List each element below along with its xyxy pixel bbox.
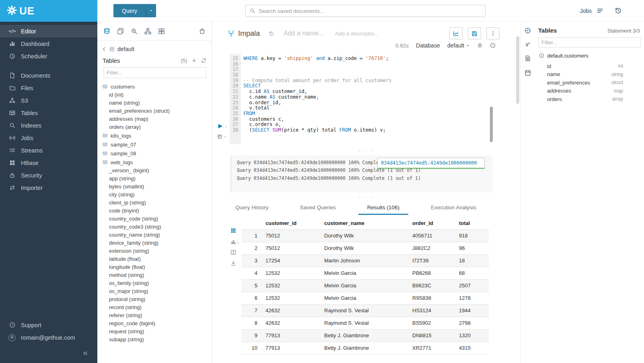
search-input[interactable] (259, 8, 485, 14)
tab-execution-analysis[interactable]: Execution Analysis (422, 203, 485, 215)
main-scrollbar[interactable] (516, 36, 519, 104)
tree-column[interactable]: record (string) (97, 303, 212, 311)
breadcrumb-database-name[interactable]: default (117, 46, 134, 52)
tree-column[interactable]: region_code (bigint) (97, 320, 212, 328)
tree-column[interactable]: device_family (string) (97, 239, 212, 247)
new-query-button[interactable]: Query (113, 4, 156, 17)
nav-item-jobs[interactable]: Jobs (0, 132, 97, 144)
columns-icon-button[interactable] (230, 250, 239, 255)
tree-column[interactable]: bytes (smallint) (97, 183, 212, 191)
refresh-tables-icon[interactable] (201, 58, 206, 63)
more-actions-button[interactable] (486, 27, 500, 39)
pages-icon[interactable] (525, 55, 531, 62)
db-stack-icon[interactable] (103, 28, 110, 35)
chevron-left-icon[interactable] (102, 47, 107, 52)
tree-column[interactable]: referer (string) (97, 311, 212, 320)
bag-icon[interactable] (199, 28, 206, 35)
nav-item-files[interactable]: Files (0, 82, 97, 94)
jobs-list-icon[interactable] (597, 7, 603, 14)
resize-handle[interactable] (212, 195, 520, 199)
explain-button[interactable] (217, 134, 226, 139)
resize-handle[interactable] (212, 149, 520, 153)
nav-item-streams[interactable]: Streams (0, 144, 97, 157)
nav-item-security[interactable]: Security (0, 169, 97, 182)
sitemap-icon[interactable] (144, 28, 151, 35)
apps-icon[interactable] (158, 28, 165, 35)
active-table-entry[interactable]: default.customers (535, 47, 644, 62)
results-row[interactable]: 175012Dorothy Wilk4056711918 (241, 229, 489, 242)
query-dropdown-caret[interactable] (146, 4, 156, 17)
nav-footer-item[interactable]: ?Support (0, 319, 97, 331)
tree-column[interactable]: country_code (string) (97, 215, 212, 223)
nav-item-indexes[interactable]: Indexes (0, 119, 97, 132)
add-table-icon[interactable] (191, 58, 197, 63)
compass-icon[interactable] (525, 27, 531, 34)
tree-column[interactable]: longitude (float) (97, 263, 212, 271)
nav-item-s3[interactable]: S3 (0, 94, 97, 107)
tree-column[interactable]: orders (array) (97, 123, 212, 131)
zoom-plus-icon[interactable] (131, 28, 138, 35)
tree-column[interactable]: name (string) (97, 99, 212, 107)
results-column-header[interactable]: customer_id (262, 217, 321, 229)
editor-scrollbar[interactable] (490, 107, 493, 142)
results-row[interactable]: 977913Betty J. GiambroneDN88151320 (241, 329, 489, 342)
results-column-header[interactable]: customer_name (321, 217, 409, 229)
bar-chart-icon-button[interactable] (230, 239, 239, 244)
tab-query-history[interactable]: Query History (226, 203, 278, 215)
tree-column[interactable]: protocol (string) (97, 295, 212, 303)
tab-results-106-[interactable]: Results (106) (358, 203, 408, 215)
results-row[interactable]: 742632Raymond S. VestalHS31241944 (241, 304, 489, 317)
tree-table-sample_08[interactable]: sample_08 (97, 149, 212, 158)
right-column-row[interactable]: namestring (535, 70, 644, 79)
tree-column[interactable]: client_ip (string) (97, 199, 212, 207)
query-button-label[interactable]: Query (113, 4, 146, 17)
collapse-nav-button[interactable]: « (83, 348, 88, 357)
download-icon-button[interactable] (230, 260, 239, 266)
tree-column[interactable]: os_major (string) (97, 287, 212, 295)
results-row[interactable]: 842632Raymond S. VestalBS59022798 (241, 317, 489, 329)
tree-table-web_logs[interactable]: web_logs (97, 158, 212, 167)
code-editor[interactable]: 1516171819202122232425262728 WHERE a.key… (212, 54, 520, 144)
tree-column[interactable]: id (int) (97, 91, 212, 99)
database-breadcrumb[interactable]: default (97, 41, 212, 53)
grid-small-icon-button[interactable] (230, 228, 239, 233)
chart-button[interactable] (449, 27, 463, 39)
tree-column[interactable]: app (string) (97, 175, 212, 183)
history-icon[interactable] (615, 7, 621, 14)
right-filter-input[interactable] (538, 37, 641, 47)
tree-column[interactable]: extension (string) (97, 247, 212, 255)
tree-column[interactable]: _version_ (bigint) (97, 167, 212, 175)
query-id-popover[interactable]: 034d413ec7474ed5:4249de1000000000 (377, 158, 485, 169)
help-icon[interactable]: ? (490, 43, 496, 48)
results-row[interactable]: 317254Martin JohnsonI72T3918 (241, 254, 489, 267)
tree-column[interactable]: request (string) (97, 328, 212, 336)
database-selector[interactable]: default (447, 42, 470, 49)
jobs-link[interactable]: Jobs (580, 8, 592, 14)
tree-column[interactable]: country_code3 (string) (97, 223, 212, 231)
results-column-header[interactable]: total (456, 217, 489, 229)
right-column-row[interactable]: addressesmap (535, 87, 644, 95)
hue-logo[interactable]: UE (0, 0, 97, 22)
right-column-row[interactable]: email_preferencesstruct (535, 78, 644, 87)
tree-column[interactable]: code (tinyint) (97, 207, 212, 215)
code-lines[interactable]: WHERE a.key = 'shipping' and a.zip_code … (241, 54, 488, 133)
nav-item-tables[interactable]: Tables (0, 107, 97, 119)
results-row[interactable]: 512532Melvin GarciaB8623C2507 (241, 279, 489, 292)
table-filter-input[interactable] (103, 67, 206, 78)
calendar-icon[interactable] (525, 70, 531, 76)
x2-icon[interactable]: x2 (525, 42, 530, 47)
nav-item-importer[interactable]: Importer (0, 182, 97, 194)
nav-item-hbase[interactable]: HBase (0, 157, 97, 169)
tree-table-sample_07[interactable]: sample_07 (97, 140, 212, 149)
settings-gear-icon[interactable] (477, 43, 483, 48)
tree-column[interactable]: method (string) (97, 271, 212, 279)
query-description-input[interactable]: Add a descriptio... (335, 31, 379, 37)
tree-column[interactable]: latitude (float) (97, 255, 212, 263)
tree-column[interactable]: email_preferences (struct) (97, 107, 212, 115)
query-name-input[interactable]: Add a name... (284, 30, 324, 37)
tree-column[interactable]: country_name (string) (97, 231, 212, 239)
save-button[interactable] (468, 27, 481, 39)
nav-item-dashboard[interactable]: Dashboard (0, 37, 97, 50)
results-column-header[interactable]: order_id (409, 217, 456, 229)
nav-footer-item[interactable]: Rromain@gethue.com (0, 331, 97, 344)
